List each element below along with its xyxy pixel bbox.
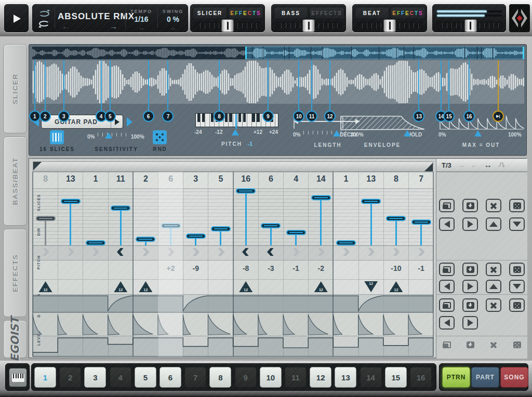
slices-dice-button[interactable]: [509, 199, 525, 212]
slice-marker-line[interactable]: [329, 60, 330, 116]
octave-up-triangle[interactable]: 12: [389, 281, 403, 292]
octave-down-triangle[interactable]: 12: [364, 281, 378, 292]
slice-marker-1[interactable]: 1: [29, 111, 41, 122]
step-pitch-value[interactable]: -9: [183, 264, 208, 272]
slice-marker-line[interactable]: [469, 60, 470, 116]
slice-marker-line[interactable]: [498, 60, 499, 116]
length-handle[interactable]: [333, 130, 340, 136]
slice-marker-line[interactable]: [34, 60, 35, 116]
step-slice-number[interactable]: 13: [359, 174, 383, 184]
slice-marker-8[interactable]: 8: [214, 111, 225, 122]
step-slice-number[interactable]: 2: [134, 174, 158, 184]
slices-paste-button[interactable]: [462, 199, 478, 212]
pitch-down-button[interactable]: [509, 280, 525, 293]
step-slice-number[interactable]: 4: [284, 174, 308, 184]
rnd-dice-icon[interactable]: [153, 130, 167, 144]
envelope-clear-button[interactable]: [486, 298, 501, 312]
pitch-copy-button[interactable]: [439, 263, 455, 276]
step-slice-number[interactable]: 7: [409, 174, 433, 184]
play-mode-arrow-both[interactable]: ↔: [484, 160, 492, 169]
pitch-cursor[interactable]: [235, 114, 237, 129]
slice-slider-handle[interactable]: [311, 195, 331, 200]
direction-chevron-icon[interactable]: [392, 248, 400, 256]
sidebar-tab-bass-beat[interactable]: BASS/BEAT: [3, 136, 27, 226]
step-slice-number[interactable]: 3: [183, 174, 208, 184]
step-pitch-value[interactable]: -10: [384, 264, 408, 272]
pattern-button-13[interactable]: 13: [335, 367, 356, 388]
play-button[interactable]: [4, 4, 29, 32]
step-slice-number[interactable]: 13: [58, 174, 83, 184]
slice-marker-line[interactable]: [101, 60, 102, 116]
sidebar-tab-effects[interactable]: EFFECTS: [3, 229, 27, 317]
preset-next-arrow[interactable]: [127, 117, 132, 127]
play-mode-arrow-right[interactable]: →: [457, 160, 465, 169]
swing-control[interactable]: SWING 0 % ↔: [158, 9, 188, 32]
next-preset-arrow[interactable]: →: [110, 22, 117, 31]
pitch-clear-button[interactable]: [486, 263, 501, 276]
slice-marker-15[interactable]: 15: [443, 111, 455, 122]
step-pitch-value[interactable]: -2: [309, 264, 333, 272]
master-volume-slider[interactable]: [436, 21, 502, 30]
direction-chevron-icon[interactable]: [367, 248, 375, 256]
slices-clear-button[interactable]: [486, 199, 501, 212]
direction-chevron-icon[interactable]: [292, 248, 300, 256]
loop-end-marker[interactable]: ▶|: [493, 111, 504, 122]
step-pitch-value[interactable]: -3: [259, 264, 283, 272]
slices-left-button[interactable]: [439, 217, 455, 231]
slice-marker-16[interactable]: 16: [463, 111, 475, 122]
step-slice-number[interactable]: 5: [208, 174, 233, 184]
pattern-button-10[interactable]: 10: [260, 367, 282, 388]
slice-slider-handle[interactable]: [211, 226, 231, 231]
mode-button-song[interactable]: SONG: [500, 367, 528, 388]
channel-effects-button[interactable]: EFFECTS: [390, 7, 425, 19]
slices-copy-button[interactable]: [439, 199, 455, 212]
pitch-up-button[interactable]: [486, 280, 501, 293]
loop-reverse-icon[interactable]: [39, 21, 49, 26]
slice-slider-handle[interactable]: [411, 220, 431, 225]
pattern-button-8[interactable]: 8: [209, 367, 231, 388]
pitch-dice-button[interactable]: [509, 263, 525, 276]
level-clear-button[interactable]: [486, 338, 501, 351]
slice-slider-handle[interactable]: [111, 206, 130, 211]
slice-marker-line[interactable]: [441, 60, 442, 116]
step-pitch-value[interactable]: +2: [158, 264, 183, 272]
slice-marker-12[interactable]: 12: [324, 111, 336, 122]
direction-chevron-icon[interactable]: [117, 248, 124, 256]
slice-slider-handle[interactable]: [161, 223, 181, 228]
step-slice-number[interactable]: 11: [109, 174, 133, 184]
sidebar-tab-egoist[interactable]: EGOIST: [3, 320, 27, 358]
pattern-button-7[interactable]: 7: [184, 367, 206, 388]
direction-chevron-icon[interactable]: [142, 248, 149, 256]
pattern-button-15[interactable]: 15: [385, 367, 407, 388]
step-slice-number[interactable]: 14: [309, 174, 333, 184]
channel-slider[interactable]: [194, 21, 261, 30]
level-copy-button[interactable]: [439, 338, 455, 351]
loop-icon[interactable]: [39, 11, 49, 17]
maxout-handle[interactable]: [474, 130, 482, 136]
tempo-control[interactable]: TEMPO 1/16 ↔: [126, 9, 156, 32]
slice-slider-handle[interactable]: [236, 188, 256, 194]
channel-effects-button[interactable]: EFFECTS: [309, 7, 344, 19]
pattern-button-14[interactable]: 14: [360, 367, 382, 388]
mode-button-ptrn[interactable]: PTRN: [442, 367, 470, 388]
slice-marker-line[interactable]: [45, 60, 46, 116]
step-slice-number[interactable]: 6: [259, 174, 283, 184]
slice-slider-handle[interactable]: [336, 240, 356, 245]
pattern-button-2[interactable]: 2: [59, 367, 81, 388]
slice-marker-line[interactable]: [63, 60, 64, 116]
slice-slider-handle[interactable]: [186, 234, 206, 239]
channel-button[interactable]: SLICER: [193, 7, 227, 19]
step-slice-number[interactable]: 1: [83, 174, 108, 184]
step-slice-number[interactable]: 8: [33, 174, 58, 184]
slice-marker-line[interactable]: [219, 60, 220, 116]
slice-marker-line[interactable]: [148, 60, 149, 116]
slice-slider-handle[interactable]: [386, 216, 406, 221]
pattern-length-bar[interactable]: [33, 161, 433, 172]
step-pitch-value[interactable]: -8: [234, 264, 258, 272]
slice-marker-line[interactable]: [448, 60, 449, 116]
slice-marker-line[interactable]: [110, 60, 111, 116]
step-slice-number[interactable]: 16: [234, 174, 258, 184]
sensitivity-handle[interactable]: [105, 132, 112, 139]
envelope-right-button[interactable]: [462, 316, 478, 330]
step-pitch-value[interactable]: -1: [409, 264, 433, 272]
